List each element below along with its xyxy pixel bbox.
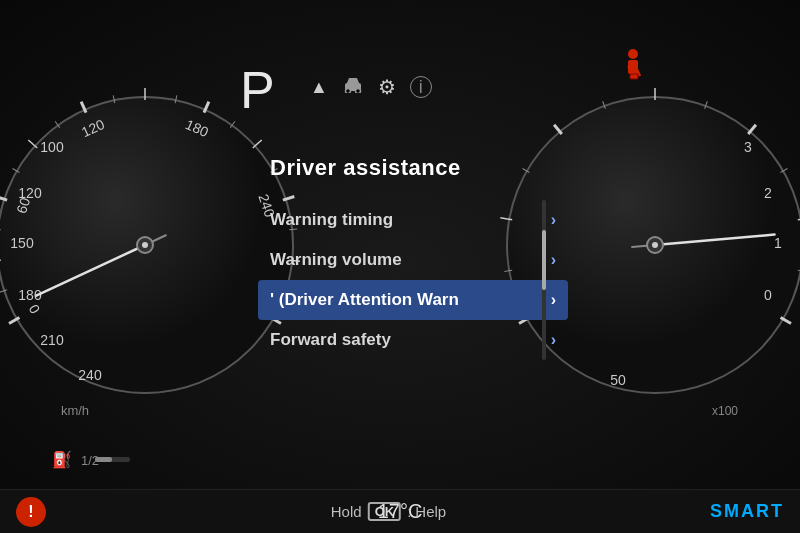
scroll-thumb xyxy=(542,230,546,290)
road-icon[interactable]: ▲ xyxy=(310,77,328,98)
car-icon[interactable] xyxy=(342,77,364,98)
chevron-icon: › xyxy=(551,331,556,349)
chevron-icon: › xyxy=(551,251,556,269)
ok-box: OK xyxy=(368,502,402,521)
chevron-icon: › xyxy=(551,211,556,229)
menu-title: Driver assistance xyxy=(270,155,461,181)
brand-logo: SMART xyxy=(710,501,784,522)
svg-text:0: 0 xyxy=(764,287,772,303)
help-hint: Hold OK : Help xyxy=(331,502,446,521)
svg-text:100: 100 xyxy=(40,139,64,155)
svg-point-71 xyxy=(355,88,360,93)
gear-indicator: P xyxy=(240,60,277,120)
svg-text:240: 240 xyxy=(78,367,102,383)
svg-point-67 xyxy=(652,242,658,248)
svg-text:x100: x100 xyxy=(712,404,738,418)
svg-text:50: 50 xyxy=(610,372,626,388)
svg-text:3: 3 xyxy=(744,139,752,155)
hold-text: Hold xyxy=(331,503,362,520)
status-bar: ! 17°C Hold OK : Help SMART xyxy=(0,489,800,533)
warning-icon: ! xyxy=(16,497,46,527)
settings-icon[interactable]: ⚙ xyxy=(378,75,396,99)
menu-item-label: Warning timing xyxy=(270,210,393,230)
svg-point-70 xyxy=(345,88,350,93)
menu-item-label: Warning volume xyxy=(270,250,402,270)
menu-item-warning-volume[interactable]: Warning volume › xyxy=(258,240,568,280)
menu-item-forward-safety[interactable]: Forward safety › xyxy=(258,320,568,360)
svg-rect-43 xyxy=(95,457,112,462)
svg-text:km/h: km/h xyxy=(61,403,89,418)
colon: : xyxy=(407,503,411,520)
gear-label: P xyxy=(240,61,277,119)
svg-text:150: 150 xyxy=(10,235,34,251)
svg-text:⛽: ⛽ xyxy=(52,450,72,469)
svg-point-39 xyxy=(142,242,148,248)
svg-text:2: 2 xyxy=(764,185,772,201)
menu-item-driver-attention[interactable]: ' (Driver Attention Warn › xyxy=(258,280,568,320)
svg-text:1: 1 xyxy=(774,235,782,251)
svg-point-72 xyxy=(628,49,638,59)
info-icon[interactable]: i xyxy=(410,76,432,98)
menu-item-label: Forward safety xyxy=(270,330,391,350)
dashboard: 0 60 120 180 240 100 120 150 180 210 240… xyxy=(0,0,800,533)
menu-list: Warning timing › Warning volume › ' (Dri… xyxy=(258,200,568,360)
svg-rect-76 xyxy=(630,74,638,79)
svg-marker-69 xyxy=(347,78,359,83)
scrollbar[interactable] xyxy=(542,200,546,360)
help-text: Help xyxy=(415,503,446,520)
icon-bar: ▲ ⚙ i xyxy=(310,75,432,99)
svg-text:210: 210 xyxy=(40,332,64,348)
menu-item-label: ' (Driver Attention Warn xyxy=(270,290,459,310)
menu-item-warning-timing[interactable]: Warning timing › xyxy=(258,200,568,240)
seatbelt-icon xyxy=(618,48,648,88)
chevron-icon: › xyxy=(551,291,556,309)
svg-text:120: 120 xyxy=(18,185,42,201)
